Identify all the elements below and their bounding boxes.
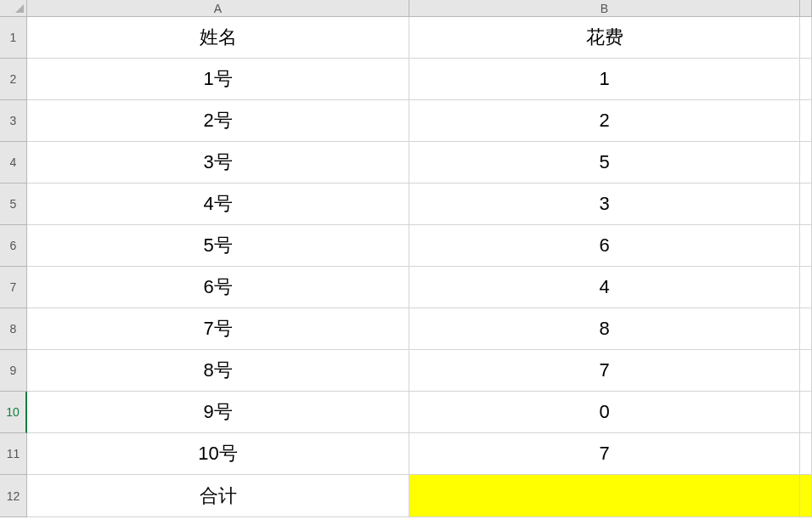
- cell-B4[interactable]: 5: [409, 142, 800, 183]
- cell-B1[interactable]: 花费: [409, 17, 800, 59]
- row-header-2[interactable]: 2: [0, 59, 27, 100]
- cell-B12[interactable]: [409, 475, 800, 517]
- cell-A1[interactable]: 姓名: [27, 17, 409, 59]
- data-row: 11 10号 7: [0, 433, 812, 475]
- cell-B11[interactable]: 7: [409, 433, 800, 475]
- cell-B9[interactable]: 7: [409, 350, 800, 392]
- data-row: 1 姓名 花费: [0, 17, 812, 59]
- cell-partial[interactable]: [800, 225, 812, 267]
- data-row: 4 3号 5: [0, 142, 812, 183]
- data-row: 5 4号 3: [0, 183, 812, 225]
- column-header-row: A B: [0, 0, 812, 17]
- cell-B6[interactable]: 6: [409, 225, 800, 267]
- cell-partial[interactable]: [800, 142, 812, 183]
- select-all-triangle-icon: [15, 4, 24, 13]
- data-row: 3 2号 2: [0, 100, 812, 142]
- cell-A11[interactable]: 10号: [27, 433, 409, 475]
- data-row: 12 合计: [0, 475, 812, 517]
- cell-partial[interactable]: [800, 475, 812, 517]
- column-header-B[interactable]: B: [409, 0, 800, 17]
- cell-A6[interactable]: 5号: [27, 225, 409, 267]
- cell-A4[interactable]: 3号: [27, 142, 409, 183]
- cell-B10[interactable]: 0: [409, 392, 800, 433]
- row-header-3[interactable]: 3: [0, 100, 27, 142]
- cell-A10[interactable]: 9号: [27, 392, 409, 433]
- row-header-11[interactable]: 11: [0, 433, 27, 475]
- select-all-corner[interactable]: [0, 0, 27, 17]
- cell-A12[interactable]: 合计: [27, 475, 409, 517]
- cell-A8[interactable]: 7号: [27, 308, 409, 350]
- row-header-9[interactable]: 9: [0, 350, 27, 392]
- row-header-8[interactable]: 8: [0, 308, 27, 350]
- cell-A3[interactable]: 2号: [27, 100, 409, 142]
- cell-A7[interactable]: 6号: [27, 267, 409, 308]
- cell-partial[interactable]: [800, 183, 812, 225]
- cell-partial[interactable]: [800, 433, 812, 475]
- cell-B3[interactable]: 2: [409, 100, 800, 142]
- data-row: 9 8号 7: [0, 350, 812, 392]
- data-row: 10 9号 0: [0, 392, 812, 433]
- row-header-7[interactable]: 7: [0, 267, 27, 308]
- row-header-10[interactable]: 10: [0, 392, 27, 433]
- column-header-partial[interactable]: [800, 0, 812, 17]
- cell-partial[interactable]: [800, 59, 812, 100]
- data-row: 6 5号 6: [0, 225, 812, 267]
- cell-partial[interactable]: [800, 267, 812, 308]
- data-row: 2 1号 1: [0, 59, 812, 100]
- row-header-6[interactable]: 6: [0, 225, 27, 267]
- row-header-1[interactable]: 1: [0, 17, 27, 59]
- row-header-4[interactable]: 4: [0, 142, 27, 183]
- cell-A2[interactable]: 1号: [27, 59, 409, 100]
- cell-partial[interactable]: [800, 392, 812, 433]
- data-row: 7 6号 4: [0, 267, 812, 308]
- cell-B5[interactable]: 3: [409, 183, 800, 225]
- cell-B2[interactable]: 1: [409, 59, 800, 100]
- cell-partial[interactable]: [800, 350, 812, 392]
- cell-B7[interactable]: 4: [409, 267, 800, 308]
- row-header-12[interactable]: 12: [0, 475, 27, 517]
- column-header-A[interactable]: A: [27, 0, 409, 17]
- cell-partial[interactable]: [800, 308, 812, 350]
- cell-partial[interactable]: [800, 100, 812, 142]
- data-row: 8 7号 8: [0, 308, 812, 350]
- cell-B8[interactable]: 8: [409, 308, 800, 350]
- cell-A9[interactable]: 8号: [27, 350, 409, 392]
- cell-A5[interactable]: 4号: [27, 183, 409, 225]
- row-header-5[interactable]: 5: [0, 183, 27, 225]
- cell-partial[interactable]: [800, 17, 812, 59]
- spreadsheet-grid: A B 1 姓名 花费 2 1号 1 3 2号 2 4 3号 5 5 4号 3 …: [0, 0, 812, 525]
